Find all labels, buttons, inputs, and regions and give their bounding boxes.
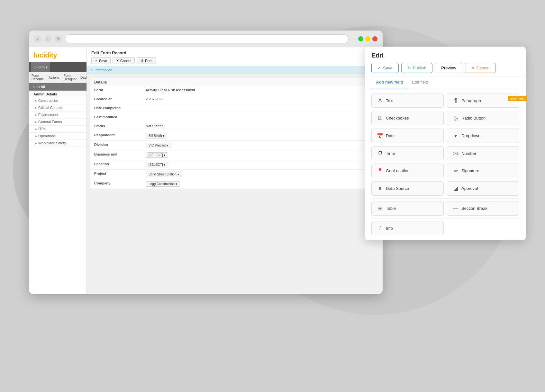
table-icon: ⊞ xyxy=(377,205,383,211)
app-content: lucidity InForm ▾ Form Records Actions F… xyxy=(29,47,383,294)
field-label-created: Created at xyxy=(90,95,142,104)
field-btn-checkboxes[interactable]: ☑ Checkboxes xyxy=(371,111,444,125)
field-btn-radio[interactable]: ◎ Radio Button xyxy=(447,111,519,125)
edit-panel-toolbar: ✓ Save ↻ Publish Preview ✕ Cancel xyxy=(371,63,519,73)
field-value-form: Activity / Task Risk Assessment xyxy=(142,86,379,95)
nav-item-inform[interactable]: InForm ▾ xyxy=(31,62,50,72)
save-icon: ✓ xyxy=(377,66,381,70)
field-grid-secondary: ⊞ Table — Section Break xyxy=(371,201,519,216)
field-btn-text[interactable]: A Text xyxy=(371,94,444,108)
dropdown-icon: ▾ xyxy=(452,133,459,139)
print-icon: 🖨 xyxy=(140,59,144,63)
sidebar-item-environment[interactable]: Environment xyxy=(29,111,86,119)
field-btn-info[interactable]: i Info xyxy=(371,221,444,235)
field-value-project: Bond Street Station ▾ xyxy=(142,170,379,179)
edit-preview-button[interactable]: Preview xyxy=(435,63,462,73)
form-cancel-button[interactable]: ✕ Cancel xyxy=(113,57,135,64)
nav-item-form-designer[interactable]: Form Designer xyxy=(62,72,78,83)
datasource-icon: ≡ xyxy=(377,186,383,192)
field-label-location: Location xyxy=(90,160,142,169)
field-label-respondent: Respondent xyxy=(90,131,142,140)
paragraph-icon: ¶ xyxy=(452,98,459,103)
field-grid-primary: A Text ¶ Paragraph ☑ Checkboxes ◎ Radio … xyxy=(371,94,519,196)
sidebar-item-workplace-safety[interactable]: Workplace Safety xyxy=(29,140,86,147)
field-btn-table[interactable]: ⊞ Table xyxy=(371,201,444,216)
edit-save-button[interactable]: ✓ Save xyxy=(371,63,399,73)
form-header: Edit Form Record ✓ Save ✕ Cancel 🖨 Prin xyxy=(87,47,383,66)
field-btn-geolocation[interactable]: 📍 GeoLocation xyxy=(371,164,444,178)
division-select[interactable]: VIC Precast ▾ xyxy=(146,143,171,148)
field-label-form: Form xyxy=(90,86,142,95)
sidebar-item-construction[interactable]: Construction xyxy=(29,97,86,104)
edit-publish-button[interactable]: ↻ Publish xyxy=(401,63,433,73)
number-icon: 1½ xyxy=(452,151,459,156)
form-row-business-unit: Business unit [SELECT] ▾ xyxy=(90,150,379,160)
field-btn-dropdown[interactable]: ▾ Dropdown xyxy=(447,129,519,143)
main-content: Edit Form Record ✓ Save ✕ Cancel 🖨 Prin xyxy=(87,47,383,294)
form-row-company: Company Legg Construction ▾ xyxy=(90,179,379,189)
back-button[interactable]: ‹ xyxy=(34,35,41,42)
business-unit-select[interactable]: [SELECT] ▾ xyxy=(146,152,168,158)
form-row-form: Form Activity / Task Risk Assessment xyxy=(90,86,379,95)
form-table: Details Form Activity / Task Risk Assess… xyxy=(90,77,379,189)
field-value-respondent: Bill Smith ▾ xyxy=(142,131,379,140)
edit-panel: Edit ✓ Save ↻ Publish Preview ✕ Cancel xyxy=(365,47,526,240)
field-value-created: 25/07/2022 xyxy=(142,95,379,104)
form-section-details: Details xyxy=(90,77,379,86)
form-row-created: Created at 25/07/2022 xyxy=(90,95,379,104)
refresh-button[interactable]: ↻ xyxy=(55,35,62,42)
form-save-button[interactable]: ✓ Save xyxy=(91,57,111,64)
field-btn-approval[interactable]: ◪ Approval xyxy=(447,181,519,196)
divider-1 xyxy=(371,198,519,199)
tab-edit-field[interactable]: Edit field xyxy=(408,76,433,88)
sidebar-item-general-forms[interactable]: General Forms xyxy=(29,119,86,126)
field-label-date-completed: Date completed xyxy=(90,104,142,113)
form-header-title: Edit Form Record xyxy=(91,50,378,55)
field-value-date-completed xyxy=(142,104,379,113)
approval-icon: ◪ xyxy=(452,185,459,192)
field-btn-time[interactable]: ⏱ Time xyxy=(371,146,444,160)
field-value-company: Legg Construction ▾ xyxy=(142,179,379,189)
traffic-light-red xyxy=(372,36,377,41)
edit-cancel-button[interactable]: ✕ Cancel xyxy=(465,63,495,73)
field-label-last-modified: Last modified xyxy=(90,113,142,122)
browser-chrome: ‹ › ↻ ⋮ xyxy=(29,31,383,47)
field-btn-signature[interactable]: ✏ Signature xyxy=(447,164,519,178)
geolocation-icon: 📍 xyxy=(377,168,383,174)
respondent-select[interactable]: Bill Smith ▾ xyxy=(146,133,167,138)
tab-add-new-field[interactable]: Add new field xyxy=(371,76,408,88)
forward-button[interactable]: › xyxy=(44,35,51,42)
field-value-status: Not Started xyxy=(142,122,379,131)
radio-icon: ◎ xyxy=(452,115,459,121)
field-btn-section-break[interactable]: — Section Break xyxy=(447,201,519,216)
form-row-status: Status Not Started xyxy=(90,122,379,131)
address-bar[interactable] xyxy=(65,34,349,43)
field-value-location: [SELECT] ▾ xyxy=(142,160,379,169)
form-print-button[interactable]: 🖨 Print xyxy=(137,57,156,64)
field-btn-date[interactable]: 📅 Date xyxy=(371,129,444,143)
form-row-date-completed: Date completed xyxy=(90,104,379,113)
nav-bar: InForm ▾ xyxy=(29,62,86,72)
form-actions: ✓ Save ✕ Cancel 🖨 Print xyxy=(91,57,378,64)
form-row-last-modified: Last modified xyxy=(90,113,379,122)
nav-item-form-records[interactable]: Form Records xyxy=(29,72,46,83)
field-label-status: Status xyxy=(90,122,142,131)
publish-icon: ↻ xyxy=(407,66,411,70)
sidebar-item-critical-controls[interactable]: Critical Controls xyxy=(29,104,86,111)
sidebar-item-itps[interactable]: ITPs xyxy=(29,126,86,133)
field-label-division: Division xyxy=(90,141,142,150)
company-select[interactable]: Legg Construction ▾ xyxy=(146,181,180,187)
info-circle-icon: ℹ xyxy=(91,68,93,72)
location-select[interactable]: [SELECT] ▾ xyxy=(146,162,168,167)
form-row-respondent: Respondent Bill Smith ▾ xyxy=(90,131,379,141)
project-select[interactable]: Bond Street Station ▾ xyxy=(146,172,182,177)
sidebar-item-operations[interactable]: Operations xyxy=(29,133,86,140)
field-label-business-unit: Business unit xyxy=(90,150,142,160)
field-btn-number[interactable]: 1½ Number xyxy=(447,146,519,160)
section-break-icon: — xyxy=(452,206,459,211)
sidebar-list-all[interactable]: List All xyxy=(29,83,86,91)
nav-item-dashboard[interactable]: Dashboard xyxy=(78,72,87,83)
nav-item-actions[interactable]: Actions xyxy=(46,72,62,83)
field-btn-datasource[interactable]: ≡ Data Source xyxy=(371,181,444,196)
field-value-division: VIC Precast ▾ xyxy=(142,141,379,150)
